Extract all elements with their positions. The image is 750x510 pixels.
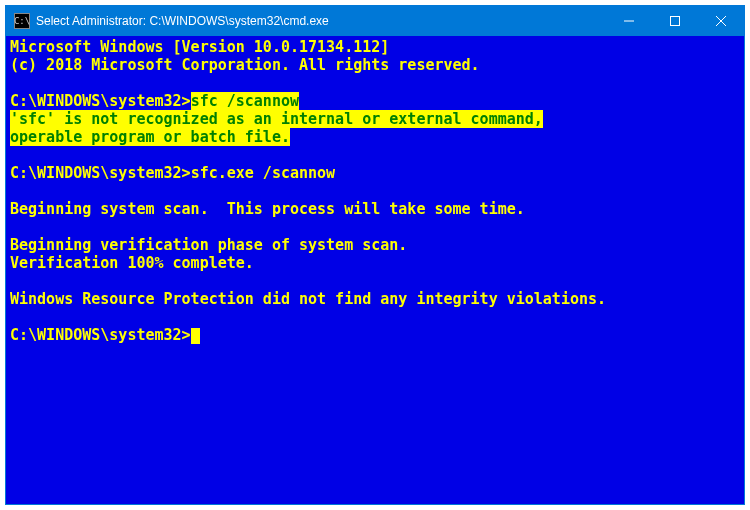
verify-pct-line: Verification 100% complete. xyxy=(10,254,254,272)
maximize-icon xyxy=(670,16,680,26)
prompt: C:\WINDOWS\system32> xyxy=(10,326,191,344)
cmd-window: C:\ Select Administrator: C:\WINDOWS\sys… xyxy=(5,5,745,505)
maximize-button[interactable] xyxy=(652,6,698,36)
cmd-icon: C:\ xyxy=(14,13,30,29)
cursor xyxy=(191,328,200,344)
error-line-2: operable program or batch file. xyxy=(10,128,290,146)
svg-rect-1 xyxy=(671,17,680,26)
version-line: Microsoft Windows [Version 10.0.17134.11… xyxy=(10,38,389,56)
error-line-1: 'sfc' is not recognized as an internal o… xyxy=(10,110,543,128)
close-button[interactable] xyxy=(698,6,744,36)
cmd1-highlighted: sfc /scannow xyxy=(191,92,299,110)
window-controls xyxy=(606,6,744,36)
close-icon xyxy=(716,16,726,26)
prompt: C:\WINDOWS\system32> xyxy=(10,164,191,182)
console-output[interactable]: Microsoft Windows [Version 10.0.17134.11… xyxy=(6,36,744,504)
window-title: Select Administrator: C:\WINDOWS\system3… xyxy=(36,14,606,28)
scan-begin-line: Beginning system scan. This process will… xyxy=(10,200,525,218)
copyright-line: (c) 2018 Microsoft Corporation. All righ… xyxy=(10,56,480,74)
prompt: C:\WINDOWS\system32> xyxy=(10,92,191,110)
result-line: Windows Resource Protection did not find… xyxy=(10,290,606,308)
verify-line: Beginning verification phase of system s… xyxy=(10,236,407,254)
cmd2: sfc.exe /scannow xyxy=(191,164,336,182)
minimize-button[interactable] xyxy=(606,6,652,36)
titlebar[interactable]: C:\ Select Administrator: C:\WINDOWS\sys… xyxy=(6,6,744,36)
minimize-icon xyxy=(624,16,634,26)
